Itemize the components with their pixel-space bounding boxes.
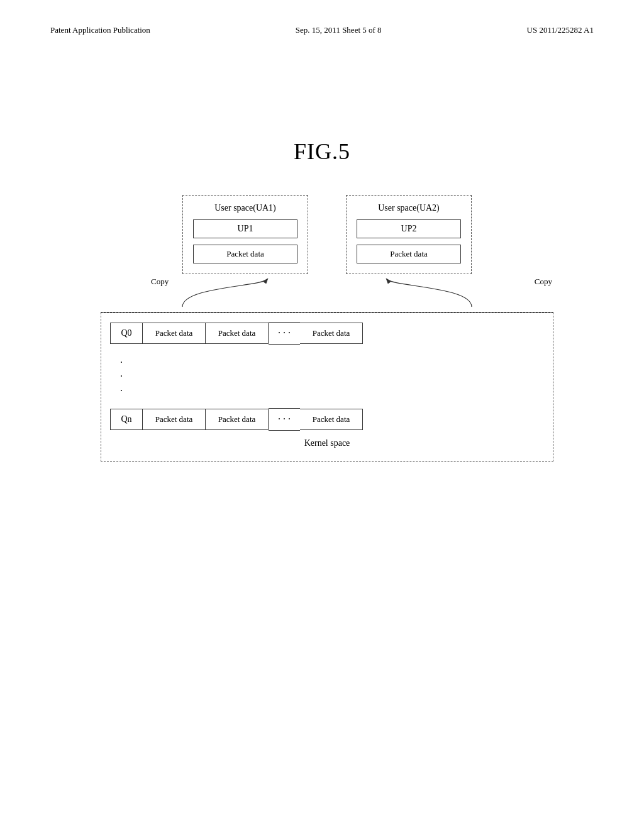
figure-title: FIG.5 (294, 138, 350, 165)
page-header: Patent Application Publication Sep. 15, … (0, 25, 644, 35)
user-space-ua2: User space(UA2) UP2 Packet data (346, 195, 472, 274)
q0-packet-last: Packet data (300, 323, 363, 344)
qn-label: Qn (110, 409, 143, 430)
q0-dots: · · · (269, 322, 300, 345)
kernel-space-label: Kernel space (110, 438, 544, 448)
ua1-packet-box: Packet data (193, 245, 297, 263)
qn-packet1: Packet data (143, 409, 206, 430)
user-spaces-container: User space(UA1) UP1 Packet data User spa… (101, 195, 553, 274)
q0-packet2: Packet data (206, 323, 269, 344)
ua2-label: User space(UA2) (357, 203, 461, 213)
header-date-sheet: Sep. 15, 2011 Sheet 5 of 8 (296, 25, 382, 35)
copy-arrows-area: Copy Copy (101, 274, 553, 312)
queue-row-q0: Q0 Packet data Packet data · · · Packet … (110, 322, 544, 345)
q0-packet1: Packet data (143, 323, 206, 344)
ua1-label: User space(UA1) (193, 203, 297, 213)
q0-label: Q0 (110, 323, 143, 344)
qn-packet-last: Packet data (300, 409, 363, 430)
user-space-ua1: User space(UA1) UP1 Packet data (182, 195, 308, 274)
ua2-packet-box: Packet data (357, 245, 461, 263)
copy-arrows-svg (101, 274, 553, 312)
kernel-space-box: Q0 Packet data Packet data · · · Packet … (101, 313, 553, 462)
header-publication: Patent Application Publication (50, 25, 150, 35)
vertical-dots: ··· (110, 352, 544, 402)
qn-dots: · · · (269, 408, 300, 431)
up2-box: UP2 (357, 219, 461, 238)
main-diagram: User space(UA1) UP1 Packet data User spa… (101, 195, 553, 462)
qn-packet2: Packet data (206, 409, 269, 430)
up1-box: UP1 (193, 219, 297, 238)
queue-row-qn: Qn Packet data Packet data · · · Packet … (110, 408, 544, 431)
header-patent-number: US 2011/225282 A1 (527, 25, 594, 35)
